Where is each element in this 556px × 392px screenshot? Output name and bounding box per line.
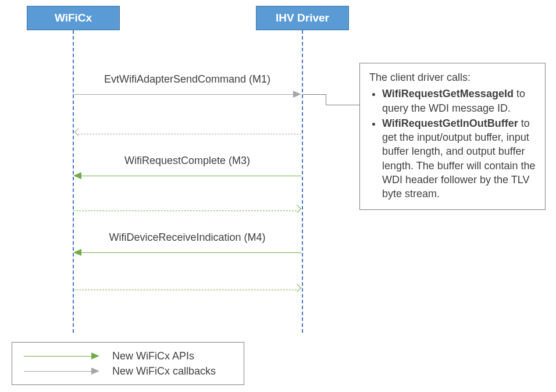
participant-ihv-driver-label: IHV Driver <box>276 12 329 24</box>
legend-row-apis: New WiFiCx APIs <box>24 348 233 364</box>
note-connector-h1 <box>302 94 326 95</box>
note-list: WifiRequestGetMessageId to query the WDI… <box>369 87 536 201</box>
arrow-head-icon <box>73 172 81 179</box>
arrow-head-icon <box>74 128 83 136</box>
arrow-line <box>73 211 297 211</box>
arrow-line <box>73 290 297 290</box>
arrow-line <box>81 252 301 253</box>
arrow-head-icon <box>91 368 99 375</box>
legend-row-callbacks: New WiFiCx callbacks <box>24 364 233 379</box>
arrow-line <box>24 356 91 357</box>
note-item-2-bold: WifiRequestGetInOutBuffer <box>382 117 518 129</box>
legend: New WiFiCx APIs New WiFiCx callbacks <box>12 342 244 385</box>
participant-wificx-label: WiFiCx <box>55 12 92 24</box>
arrow-line <box>81 176 301 176</box>
arrow-head-icon <box>293 91 301 98</box>
participant-ihv-driver: IHV Driver <box>256 6 349 30</box>
note-box: The client driver calls: WifiRequestGetM… <box>359 63 546 210</box>
arrow-line <box>78 134 301 134</box>
message-m4: WifiDeviceReceiveIndication (M4) <box>73 245 301 262</box>
message-m4-label: WifiDeviceReceiveIndication (M4) <box>73 231 301 244</box>
message-m3-return <box>73 204 301 220</box>
note-item-2: WifiRequestGetInOutBuffer to get the inp… <box>382 116 536 201</box>
note-connector-h2 <box>326 105 359 105</box>
lifeline-ihv-driver <box>302 30 303 333</box>
note-connector-drop <box>326 94 326 105</box>
note-intro: The client driver calls: <box>369 70 536 84</box>
note-item-2-rest: to get the input/output buffer, input bu… <box>382 117 536 199</box>
message-m1-return <box>73 127 301 143</box>
legend-arrow-green <box>24 350 99 362</box>
legend-apis-label: New WiFiCx APIs <box>112 350 194 362</box>
arrow-head-icon <box>73 249 81 256</box>
message-m3: WifiRequestComplete (M3) <box>73 169 301 185</box>
arrow-line <box>24 371 91 372</box>
message-m1: EvtWifiAdapterSendCommand (M1) <box>73 87 301 104</box>
legend-arrow-gray <box>24 365 99 377</box>
note-item-1: WifiRequestGetMessageId to query the WDI… <box>382 87 536 115</box>
arrow-head-icon <box>293 284 301 292</box>
arrow-head-icon <box>293 205 301 213</box>
legend-callbacks-label: New WiFiCx callbacks <box>112 365 216 377</box>
message-m1-label: EvtWifiAdapterSendCommand (M1) <box>73 73 301 85</box>
message-m4-return <box>73 283 301 299</box>
message-m3-label: WifiRequestComplete (M3) <box>73 155 301 167</box>
participant-wificx: WiFiCx <box>27 6 120 30</box>
arrow-head-icon <box>91 352 99 359</box>
note-item-1-bold: WifiRequestGetMessageId <box>382 88 514 99</box>
arrow-line <box>73 94 293 95</box>
